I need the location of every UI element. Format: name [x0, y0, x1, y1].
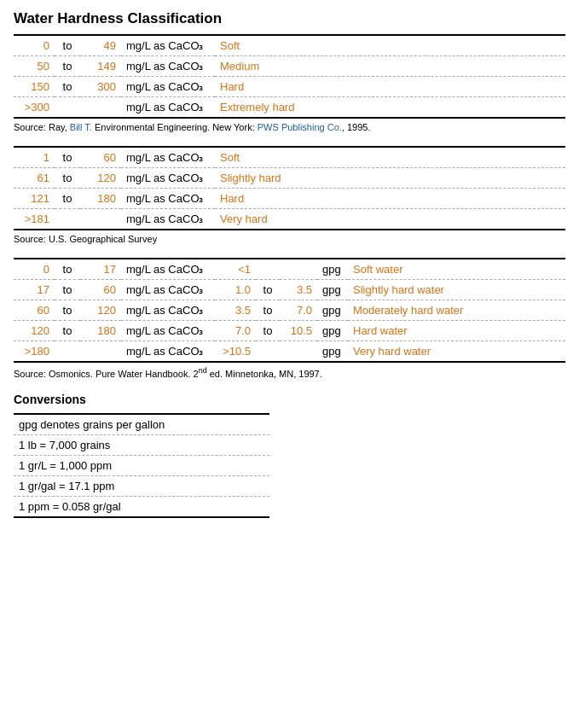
- cell-unit: mg/L as CaCO₃: [121, 168, 215, 189]
- table2-source: Source: U.S. Geographical Survey: [14, 234, 565, 244]
- cell-label: Soft: [215, 35, 565, 56]
- cell-label: Medium: [215, 56, 565, 77]
- cell-label: Extremely hard: [215, 97, 565, 119]
- cell-label: Hard: [215, 77, 565, 97]
- cell-to: to: [55, 77, 80, 97]
- cell-from: 121: [14, 189, 55, 209]
- table-row: 50 to 149 mg/L as CaCO₃ Medium: [14, 56, 565, 77]
- conversion-text: 1 lb = 7,000 grains: [14, 434, 269, 455]
- table-row: >300 mg/L as CaCO₃ Extremely hard: [14, 97, 565, 119]
- list-item: 1 lb = 7,000 grains: [14, 434, 269, 455]
- cell-unit: mg/L as CaCO₃: [121, 280, 215, 300]
- cell-gpg-end: [280, 341, 317, 363]
- cell-unit: mg/L as CaCO₃: [121, 259, 215, 280]
- cell-unit: mg/L as CaCO₃: [121, 321, 215, 341]
- cell-gpg-from: <1: [215, 259, 256, 280]
- table-row: 0 to 17 mg/L as CaCO₃ <1 gpg Soft water: [14, 259, 565, 280]
- conversion-text: 1 gr/L = 1,000 ppm: [14, 455, 269, 475]
- cell-end: 17: [80, 259, 121, 280]
- cell-unit: mg/L as CaCO₃: [121, 35, 215, 56]
- table1: 0 to 49 mg/L as CaCO₃ Soft 50 to 149 mg/…: [14, 34, 565, 119]
- table-row: 61 to 120 mg/L as CaCO₃ Slightly hard: [14, 168, 565, 189]
- cell-to: [55, 97, 80, 119]
- cell-gpg-from: 1.0: [215, 280, 256, 300]
- cell-end: 60: [80, 280, 121, 300]
- cell-gpg-to: to: [256, 280, 280, 300]
- cell-end: 180: [80, 189, 121, 209]
- table-row: 121 to 180 mg/L as CaCO₃ Hard: [14, 189, 565, 209]
- cell-gpg-to: [256, 259, 280, 280]
- cell-gpg-from: 7.0: [215, 321, 256, 341]
- table2-section: 1 to 60 mg/L as CaCO₃ Soft 61 to 120 mg/…: [14, 146, 565, 244]
- cell-gpg-end: 10.5: [280, 321, 317, 341]
- table1-source-link: Bill T.: [70, 122, 92, 132]
- cell-to: [55, 341, 80, 363]
- cell-end: 300: [80, 77, 121, 97]
- cell-label: Hard water: [348, 321, 565, 341]
- table-row: 150 to 300 mg/L as CaCO₃ Hard: [14, 77, 565, 97]
- cell-label: Slightly hard water: [348, 280, 565, 300]
- cell-from: 120: [14, 321, 55, 341]
- table-row: >181 mg/L as CaCO₃ Very hard: [14, 209, 565, 230]
- cell-gpg-unit: gpg: [317, 321, 348, 341]
- conversion-text: 1 gr/gal = 17.1 ppm: [14, 475, 269, 496]
- cell-from: 61: [14, 168, 55, 189]
- cell-to: to: [55, 259, 80, 280]
- cell-from: >181: [14, 209, 55, 230]
- cell-end: 120: [80, 300, 121, 321]
- table3-section: 0 to 17 mg/L as CaCO₃ <1 gpg Soft water …: [14, 258, 565, 379]
- cell-end: [80, 209, 121, 230]
- conversions-title: Conversions: [14, 393, 565, 406]
- cell-from: 1: [14, 147, 55, 168]
- cell-end: 149: [80, 56, 121, 77]
- cell-label: Very hard water: [348, 341, 565, 363]
- cell-gpg-unit: gpg: [317, 259, 348, 280]
- table-row: 0 to 49 mg/L as CaCO₃ Soft: [14, 35, 565, 56]
- cell-gpg-to: [256, 341, 280, 363]
- cell-unit: mg/L as CaCO₃: [121, 300, 215, 321]
- cell-to: to: [55, 168, 80, 189]
- cell-from: 0: [14, 259, 55, 280]
- cell-to: to: [55, 56, 80, 77]
- cell-to: [55, 209, 80, 230]
- cell-gpg-unit: gpg: [317, 300, 348, 321]
- table1-source: Source: Ray, Bill T. Environmental Engin…: [14, 122, 565, 132]
- table-row: 1 to 60 mg/L as CaCO₃ Soft: [14, 147, 565, 168]
- list-item: 1 gr/gal = 17.1 ppm: [14, 475, 269, 496]
- list-item: gpg denotes grains per gallon: [14, 414, 269, 435]
- table2: 1 to 60 mg/L as CaCO₃ Soft 61 to 120 mg/…: [14, 146, 565, 230]
- cell-gpg-from: 3.5: [215, 300, 256, 321]
- table1-section: 0 to 49 mg/L as CaCO₃ Soft 50 to 149 mg/…: [14, 34, 565, 132]
- cell-end: 49: [80, 35, 121, 56]
- cell-from: 60: [14, 300, 55, 321]
- table-row: 60 to 120 mg/L as CaCO₃ 3.5 to 7.0 gpg M…: [14, 300, 565, 321]
- conversion-text: 1 ppm = 0.058 gr/gal: [14, 496, 269, 517]
- cell-unit: mg/L as CaCO₃: [121, 341, 215, 363]
- cell-gpg-end: 3.5: [280, 280, 317, 300]
- conversions-section: Conversions gpg denotes grains per gallo…: [14, 393, 565, 518]
- table1-source-link2: PWS Publishing Co.: [258, 122, 342, 132]
- cell-unit: mg/L as CaCO₃: [121, 147, 215, 168]
- conversion-text: gpg denotes grains per gallon: [14, 414, 269, 435]
- list-item: 1 gr/L = 1,000 ppm: [14, 455, 269, 475]
- cell-unit: mg/L as CaCO₃: [121, 97, 215, 119]
- cell-unit: mg/L as CaCO₃: [121, 56, 215, 77]
- cell-gpg-unit: gpg: [317, 341, 348, 363]
- cell-gpg-unit: gpg: [317, 280, 348, 300]
- table3: 0 to 17 mg/L as CaCO₃ <1 gpg Soft water …: [14, 258, 565, 363]
- cell-to: to: [55, 147, 80, 168]
- table-row: 120 to 180 mg/L as CaCO₃ 7.0 to 10.5 gpg…: [14, 321, 565, 341]
- cell-end: 60: [80, 147, 121, 168]
- cell-unit: mg/L as CaCO₃: [121, 209, 215, 230]
- table3-source: Source: Osmonics. Pure Water Handbook. 2…: [14, 366, 565, 379]
- cell-gpg-to: to: [256, 300, 280, 321]
- table-row: 17 to 60 mg/L as CaCO₃ 1.0 to 3.5 gpg Sl…: [14, 280, 565, 300]
- cell-to: to: [55, 300, 80, 321]
- cell-label: Moderately hard water: [348, 300, 565, 321]
- cell-to: to: [55, 280, 80, 300]
- cell-label: Hard: [215, 189, 565, 209]
- conversions-table: gpg denotes grains per gallon1 lb = 7,00…: [14, 413, 269, 518]
- cell-from: 17: [14, 280, 55, 300]
- cell-label: Very hard: [215, 209, 565, 230]
- cell-to: to: [55, 189, 80, 209]
